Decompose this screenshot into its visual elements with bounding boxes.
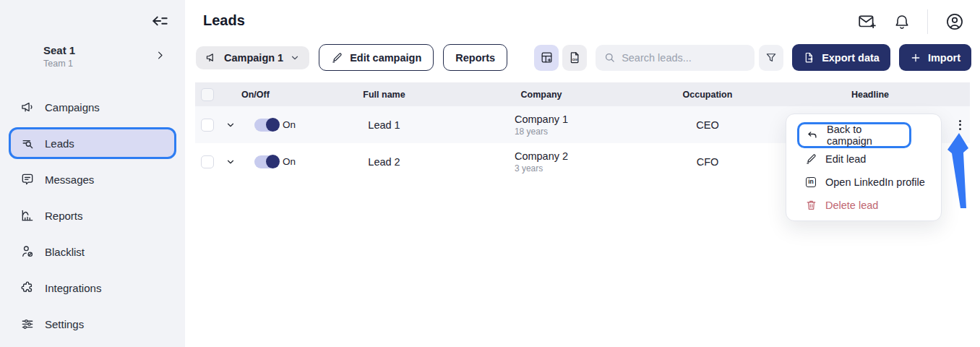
import-button[interactable]: Import [899, 44, 971, 71]
puzzle-icon [20, 280, 35, 295]
row-actions-menu: Back to campaign Edit lead in Open Linke… [786, 113, 942, 221]
sidebar-item-reports[interactable]: Reports [9, 200, 176, 231]
menu-item-label: Back to campaign [827, 124, 909, 147]
sidebar-item-label: Campaigns [45, 101, 100, 113]
csv-file-icon: csv [568, 51, 582, 64]
campaign-selector-label: Campaign 1 [224, 52, 283, 64]
edit-pencil-icon [331, 51, 343, 64]
table-view-toggle[interactable] [534, 45, 559, 71]
row-checkbox[interactable] [201, 119, 214, 132]
column-header-onoff: On/Off [241, 90, 310, 100]
toggle-state-label: On [283, 119, 296, 130]
lead-occupation: CFO [624, 156, 791, 168]
search-icon [603, 51, 616, 64]
seat-selector[interactable]: Seat 1 Team 1 [43, 44, 75, 69]
row-checkbox[interactable] [201, 155, 214, 168]
sidebar-item-label: Integrations [45, 282, 101, 294]
expand-row-button[interactable] [220, 120, 241, 130]
topbar-actions [857, 12, 964, 32]
undo-arrow-icon [806, 129, 819, 142]
lead-occupation: CEO [624, 119, 791, 131]
sliders-icon [20, 317, 35, 331]
table-header-row: On/Off Full name Company Occupation Head… [195, 82, 970, 106]
seat-subtitle: Team 1 [43, 59, 75, 69]
bell-icon [893, 13, 911, 30]
reports-button-label: Reports [455, 52, 495, 64]
edit-pencil-icon [804, 153, 817, 166]
toggle-knob [266, 155, 280, 168]
account-button[interactable] [945, 12, 964, 31]
column-header-headline: Headline [791, 90, 950, 100]
edit-campaign-button[interactable]: Edit campaign [319, 44, 434, 71]
notifications-button[interactable] [893, 13, 911, 30]
sidebar-item-label: Reports [45, 210, 83, 222]
topbar-divider [927, 9, 928, 34]
leads-toolbar: Campaign 1 Edit campaign Reports [196, 44, 971, 71]
select-all-checkbox[interactable] [201, 88, 214, 101]
sidebar-nav: Campaigns Leads Messages [0, 91, 185, 344]
mail-plus-icon [857, 12, 877, 31]
reports-button[interactable]: Reports [443, 44, 507, 71]
menu-item-back-to-campaign[interactable]: Back to campaign [797, 122, 911, 148]
sidebar: Seat 1 Team 1 Campaigns Leads [0, 0, 185, 347]
csv-view-toggle[interactable]: csv [562, 45, 587, 71]
sidebar-item-campaigns[interactable]: Campaigns [9, 91, 176, 123]
sidebar-item-settings[interactable]: Settings [9, 308, 176, 340]
import-label: Import [928, 52, 960, 64]
lead-on-off-toggle[interactable] [254, 119, 278, 132]
user-block-icon [20, 244, 35, 259]
expand-row-button[interactable] [220, 157, 241, 167]
lead-company-tenure: 18 years [515, 127, 568, 137]
sidebar-item-blacklist[interactable]: Blacklist [9, 236, 176, 267]
collapse-sidebar-button[interactable] [148, 11, 171, 31]
filter-button[interactable] [759, 45, 783, 71]
export-data-label: Export data [822, 52, 880, 64]
lead-company-tenure: 3 years [515, 163, 568, 174]
sidebar-item-label: Blacklist [45, 246, 85, 258]
funnel-icon [765, 51, 778, 64]
menu-item-label: Edit lead [825, 153, 866, 165]
sidebar-item-label: Leads [45, 137, 74, 150]
chevron-down-icon [225, 157, 236, 167]
toggle-state-label: On [283, 156, 296, 167]
menu-item-delete-lead[interactable]: Delete lead [795, 197, 932, 213]
column-header-company: Company [458, 90, 624, 100]
sidebar-item-messages[interactable]: Messages [9, 163, 176, 195]
menu-item-edit-lead[interactable]: Edit lead [795, 150, 932, 167]
row-actions-kebab-button[interactable] [957, 118, 963, 132]
campaign-selector[interactable]: Campaign 1 [196, 46, 309, 69]
menu-item-open-linkedin-profile[interactable]: in Open LinkedIn profile [795, 174, 932, 190]
sidebar-item-label: Settings [45, 318, 84, 330]
trash-icon [804, 199, 817, 212]
menu-item-label: Delete lead [825, 200, 878, 211]
menu-item-label: Open LinkedIn profile [825, 176, 925, 188]
linkedin-icon: in [804, 176, 817, 189]
chevron-right-icon [155, 50, 166, 61]
chevron-down-icon [290, 53, 300, 63]
collapse-sidebar-icon [150, 12, 169, 30]
seat-title: Seat 1 [43, 44, 75, 56]
chevron-down-icon [225, 120, 236, 130]
search-leads-input[interactable] [622, 52, 755, 64]
table-settings-icon [540, 51, 554, 64]
leads-list-search-icon [20, 136, 35, 150]
sidebar-item-leads[interactable]: Leads [9, 127, 176, 159]
edit-campaign-label: Edit campaign [350, 52, 421, 64]
lead-full-name: Lead 2 [310, 156, 458, 168]
sidebar-item-integrations[interactable]: Integrations [9, 272, 176, 304]
page-title: Leads [203, 12, 245, 29]
plus-icon [910, 52, 921, 64]
file-export-icon [803, 51, 815, 64]
sidebar-item-label: Messages [45, 174, 94, 186]
export-data-button[interactable]: Export data [792, 44, 890, 71]
column-header-occupation: Occupation [624, 90, 791, 100]
new-message-button[interactable] [857, 12, 877, 31]
toggle-knob [266, 118, 280, 132]
chat-bubble-icon [20, 172, 35, 187]
csv-glyph: csv [572, 58, 577, 61]
column-header-fullname: Full name [310, 90, 458, 100]
megaphone-icon [20, 100, 35, 114]
megaphone-icon [205, 51, 218, 64]
lead-on-off-toggle[interactable] [254, 155, 278, 168]
user-avatar-icon [945, 12, 964, 31]
